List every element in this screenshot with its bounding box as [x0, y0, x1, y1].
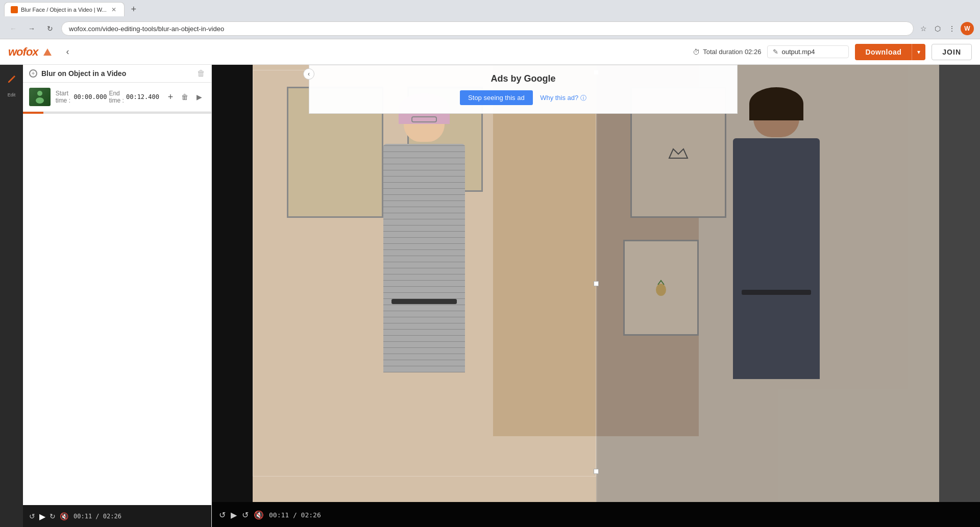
panel-add-icon[interactable]: + [29, 69, 37, 78]
person-left-figure [304, 87, 545, 502]
download-button-group: Download ▾ [855, 44, 925, 60]
start-time-label: Start time : [56, 90, 72, 104]
end-time-label: End time : [109, 90, 124, 104]
active-tab[interactable]: Blur Face / Object in a Video | W... ✕ [4, 2, 125, 16]
back-button[interactable]: ‹ [61, 45, 75, 59]
svg-point-1 [37, 91, 42, 96]
clip-thumb-inner [29, 88, 51, 106]
panel-playback-bar: ↺ ▶ ↻ 🔇 00:11 / 02:26 [23, 505, 211, 527]
video-frame [212, 65, 980, 502]
clip-time-info: Start time : 00:00.000 End time : 00:12.… [56, 90, 159, 104]
panel-play-button[interactable]: ▶ [39, 512, 45, 521]
svg-marker-0 [43, 48, 52, 56]
panel-progress-fill [23, 112, 43, 114]
bookmark-icon[interactable]: ☆ [918, 23, 929, 34]
clip-play-button[interactable]: ▶ [193, 91, 205, 103]
tab-favicon [11, 6, 18, 13]
output-filename-field[interactable]: ✎ output.mp4 [767, 45, 849, 58]
main-area: Edit + Blur on Object in a Video 🗑 [0, 65, 980, 527]
logo-text: wofox [8, 45, 38, 59]
panel-loop-button[interactable]: ↻ [50, 512, 56, 520]
person-right-hair [749, 87, 803, 120]
video-mute-button[interactable]: 🔇 [254, 510, 264, 520]
black-bar-left [212, 65, 253, 502]
selection-handle-center[interactable] [594, 281, 599, 286]
person-left-glasses [411, 116, 437, 122]
panel-title: Blur on Object in a Video [41, 69, 193, 78]
sidebar-edit-label: Edit [8, 92, 16, 97]
clip-thumbnail [29, 88, 51, 106]
person-right-body [733, 138, 820, 379]
video-reset-button[interactable]: ↺ [219, 510, 226, 520]
why-this-ad-link[interactable]: Why this ad? ⓘ [540, 94, 586, 102]
left-panel: + Blur on Object in a Video 🗑 Start time… [23, 65, 212, 527]
settings-icon[interactable]: ⋮ [946, 23, 958, 34]
total-duration-label: Total duration 02:26 [703, 48, 761, 56]
panel-header: + Blur on Object in a Video 🗑 [23, 65, 211, 83]
url-input[interactable] [61, 21, 914, 36]
ads-by-google-label: Ads by Google [317, 73, 729, 84]
clip-item: Start time : 00:00.000 End time : 00:12.… [23, 83, 211, 112]
address-bar: ← → ↻ ☆ ⬡ ⋮ W [0, 18, 980, 39]
top-toolbar: wofox ‹ ⏱ Total duration 02:26 ✎ output.… [0, 39, 980, 65]
logo-fox-icon [40, 47, 55, 57]
person-right-figure [665, 87, 888, 502]
svg-point-2 [36, 97, 44, 104]
panel-reset-button[interactable]: ↺ [29, 512, 35, 520]
ad-overlay: ‹ Ads by Google Stop seeing this ad Why … [309, 65, 738, 114]
refresh-button[interactable]: ↻ [43, 21, 57, 36]
download-dropdown-arrow[interactable]: ▾ [912, 44, 925, 60]
panel-mute-button[interactable]: 🔇 [60, 512, 68, 520]
profile-avatar[interactable]: W [961, 22, 974, 35]
video-loop-button[interactable]: ↺ [242, 510, 249, 520]
clock-icon: ⏱ [693, 48, 700, 56]
person-right-belt [742, 290, 811, 295]
selection-handle-bottom[interactable] [594, 469, 599, 474]
tab-bar: Blur Face / Object in a Video | W... ✕ + [0, 0, 980, 18]
clip-add-button[interactable]: + [164, 91, 177, 103]
video-play-button[interactable]: ▶ [231, 510, 237, 520]
panel-delete-button[interactable]: 🗑 [197, 69, 205, 78]
panel-progress-bar [23, 112, 211, 114]
join-button[interactable]: JOIN [932, 44, 972, 60]
person-left-belt [391, 299, 457, 304]
video-content [212, 65, 980, 502]
person-left-body [383, 144, 465, 372]
new-tab-button[interactable]: + [127, 2, 141, 16]
video-controls-bar: ↺ ▶ ↺ 🔇 00:11 / 02:26 [212, 502, 980, 527]
ads-by-label: Ads by [491, 73, 521, 84]
clip-delete-button[interactable]: 🗑 [179, 91, 191, 103]
back-nav-button[interactable]: ← [6, 21, 20, 36]
stop-seeing-ad-button[interactable]: Stop seeing this ad [460, 90, 533, 105]
panel-time-display: 00:11 / 02:26 [74, 513, 121, 520]
google-label: Google [524, 73, 556, 84]
address-icons: ☆ ⬡ ⋮ W [918, 22, 974, 35]
forward-nav-button[interactable]: → [24, 21, 39, 36]
wofox-logo: wofox [8, 45, 55, 59]
room-bg-left [253, 65, 596, 502]
total-duration: ⏱ Total duration 02:26 [693, 48, 761, 56]
start-time-value: 00:00.000 [74, 93, 107, 101]
video-time-display: 00:11 / 02:26 [269, 511, 321, 519]
timeline-area [23, 114, 211, 505]
room-bg-right [596, 65, 940, 502]
left-sidebar: Edit [0, 65, 23, 527]
black-bar-right [939, 65, 980, 502]
output-filename-text: output.mp4 [781, 48, 815, 56]
ad-info-icon: ⓘ [580, 94, 586, 102]
ad-close-icon: ‹ [308, 70, 310, 78]
why-this-ad-label: Why this ad? [540, 94, 578, 102]
tab-title: Blur Face / Object in a Video | W... [21, 7, 107, 13]
clip-actions: + 🗑 ▶ [164, 91, 205, 103]
sidebar-edit-icon[interactable] [3, 70, 21, 88]
download-button[interactable]: Download [855, 44, 912, 60]
person-right-head [753, 91, 799, 137]
panel-playback-controls: ↺ ▶ ↻ 🔇 [29, 512, 68, 521]
app-container: wofox ‹ ⏱ Total duration 02:26 ✎ output.… [0, 39, 980, 527]
extension-icon[interactable]: ⬡ [932, 23, 943, 34]
ad-actions: Stop seeing this ad Why this ad? ⓘ [317, 90, 729, 105]
edit-filename-icon: ✎ [773, 48, 778, 56]
tab-close-button[interactable]: ✕ [110, 6, 118, 14]
ad-close-button[interactable]: ‹ [303, 68, 314, 80]
end-time-value: 00:12.400 [126, 93, 159, 101]
